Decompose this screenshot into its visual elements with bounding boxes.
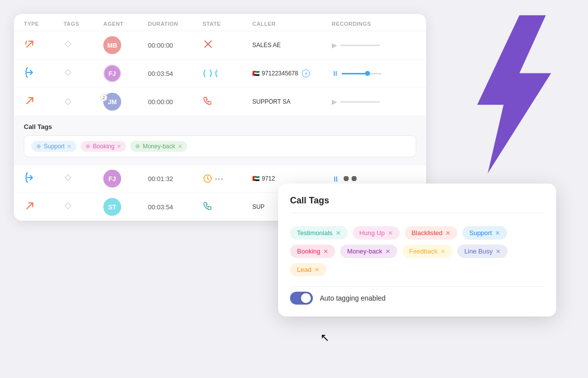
avatar-st: ST (103, 198, 121, 216)
call-type-outgoing-3 (24, 200, 64, 214)
pause-icon[interactable]: ⏸ (332, 69, 339, 77)
voicemail-icon: ⏺⏺ (342, 174, 358, 183)
avatar-fj-2: FJ (103, 170, 121, 188)
call-type-incoming-2 (24, 171, 64, 186)
table-row: FJ 00:03:54 🇦🇪 97122345678 + ⏸ (14, 60, 426, 88)
remove-hungup[interactable]: ✕ (388, 230, 393, 237)
call-tags-popup: Call Tags Testimonials ✕ Hung Up ✕ Black… (278, 184, 556, 316)
tag-blacklisted[interactable]: Blacklisted ✕ (405, 226, 457, 240)
agent-avatar-fj: FJ (103, 64, 148, 82)
remove-support[interactable]: ✕ (495, 230, 500, 237)
tags-input-area[interactable]: Support ✕ Booking ✕ Money-back ✕ (24, 135, 416, 157)
col-state: STATE (203, 21, 252, 27)
tag-chip-moneyback[interactable]: Money-back ✕ (130, 141, 187, 152)
recordings-active[interactable]: ⏸ (332, 69, 411, 77)
progress-track (342, 73, 381, 74)
state-incoming-phone (203, 96, 252, 108)
remove-blacklisted[interactable]: ✕ (445, 230, 450, 237)
tag-hungup[interactable]: Hung Up ✕ (353, 226, 400, 240)
progress-track (340, 101, 380, 103)
tag-moneyback[interactable]: Money-back ✕ (340, 245, 397, 258)
tag-feedback[interactable]: Feedback ✕ (402, 245, 452, 258)
tag-count-badge: 2 (100, 94, 107, 101)
duration: 00:03:54 (148, 70, 203, 77)
col-duration: DURATION (148, 21, 203, 27)
lightning-bolt-icon (449, 10, 558, 179)
tag-icon-cell (64, 173, 103, 184)
duration: 00:03:54 (148, 203, 203, 211)
agent-avatar-jm: JM (103, 93, 148, 111)
call-type-incoming (24, 66, 64, 81)
recordings[interactable]: ▶ (332, 41, 411, 49)
popup-title: Call Tags (290, 195, 544, 213)
recordings-pause[interactable]: ⏸ ⏺⏺ (332, 174, 411, 183)
duration: 00:00:00 (148, 98, 203, 106)
tag-testimonials[interactable]: Testimonials ✕ (290, 226, 348, 240)
caller: SUPPORT SA (252, 98, 332, 105)
tag-icon-cell (64, 40, 103, 51)
progress-track (340, 45, 380, 46)
table-row: 2 JM 00:00:00 SUPPORT SA ▶ (14, 88, 426, 116)
remove-booking[interactable]: ✕ (323, 248, 328, 255)
flag-icon: 🇦🇪 (252, 70, 260, 77)
agent-avatar-st: ST (103, 198, 148, 216)
caller: SALES AE (252, 42, 332, 49)
remove-feedback[interactable]: ✕ (441, 248, 445, 255)
tag-linebusy[interactable]: Line Busy ✕ (457, 245, 508, 258)
remove-linebusy[interactable]: ✕ (496, 248, 501, 255)
tag-chip-booking[interactable]: Booking ✕ (80, 141, 126, 152)
tag-icon-cell (64, 201, 103, 212)
auto-tag-row: Auto tagging enabled (290, 286, 544, 305)
col-recordings: RECORDINGS (332, 21, 411, 27)
caller: 🇦🇪 9712 (252, 175, 332, 182)
agent-avatar-fj2: FJ (103, 170, 148, 188)
avatar-fj: FJ (103, 64, 121, 82)
call-type-outgoing-2 (24, 95, 64, 109)
popup-tags-container: Testimonials ✕ Hung Up ✕ Blacklisted ✕ S… (290, 221, 544, 286)
col-type: TYPE (24, 21, 64, 27)
call-type-outgoing (24, 38, 64, 52)
auto-tag-toggle[interactable] (290, 292, 313, 305)
tag-icon-cell-badge: 2 (64, 97, 103, 106)
recordings[interactable]: ▶ (332, 98, 411, 106)
remove-tag-icon[interactable]: ✕ (117, 143, 121, 150)
play-icon[interactable]: ▶ (332, 98, 337, 106)
play-icon[interactable]: ▶ (332, 41, 337, 49)
duration: 00:00:00 (148, 42, 203, 49)
pause-icon2[interactable]: ⏸ (332, 175, 339, 183)
remove-tag-icon[interactable]: ✕ (178, 143, 182, 150)
tag-support[interactable]: Support ✕ (462, 226, 507, 240)
call-tags-title: Call Tags (24, 123, 416, 130)
table-row: MB 00:00:00 SALES AE ▶ (14, 31, 426, 60)
col-caller: CALLER (252, 21, 332, 27)
add-tag-icon[interactable]: + (302, 69, 310, 77)
tag-lead[interactable]: Lead ✕ (290, 263, 326, 276)
tag-chip-support[interactable]: Support ✕ (31, 141, 76, 152)
auto-tag-label: Auto tagging enabled (320, 294, 385, 302)
state-active-green (203, 201, 252, 213)
tag-booking[interactable]: Booking ✕ (290, 245, 335, 258)
col-tags: TAGS (64, 21, 103, 27)
state-missed (203, 39, 252, 52)
remove-testimonials[interactable]: ✕ (336, 230, 341, 237)
agent-avatar: MB (103, 36, 148, 54)
call-tags-section: Call Tags Support ✕ Booking ✕ Money-back… (14, 116, 426, 165)
duration: 00:01:32 (148, 175, 203, 183)
avatar-mb: MB (103, 36, 121, 54)
flag-icon: 🇦🇪 (252, 175, 260, 182)
tag-icon-cell (64, 68, 103, 79)
state-active (203, 68, 252, 78)
table-header: TYPE TAGS AGENT DURATION STATE CALLER RE… (14, 14, 426, 31)
col-agent: AGENT (103, 21, 148, 27)
remove-lead[interactable]: ✕ (314, 266, 319, 273)
remove-tag-icon[interactable]: ✕ (67, 143, 72, 150)
cursor-pointer: ↖ (320, 331, 329, 344)
remove-moneyback[interactable]: ✕ (385, 248, 390, 255)
svg-marker-0 (477, 15, 551, 174)
caller: 🇦🇪 97122345678 + (252, 69, 332, 77)
state-clock: ⋯ (203, 173, 252, 184)
